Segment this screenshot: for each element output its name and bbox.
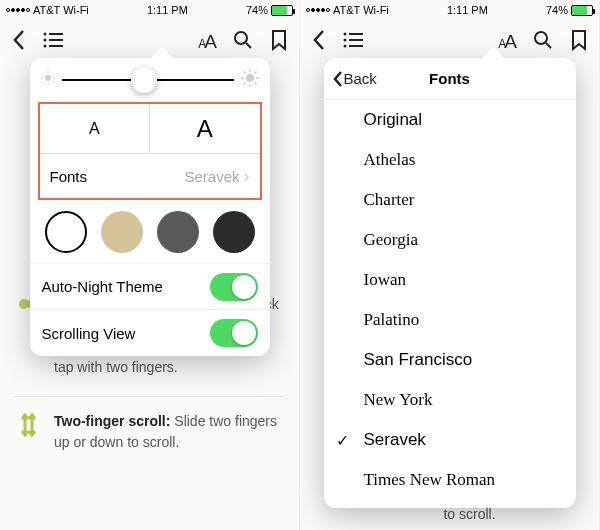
brightness-slider-thumb[interactable] [131,67,157,93]
font-option[interactable]: Iowan [324,260,576,300]
font-option-label: Iowan [364,270,406,290]
font-option[interactable]: Georgia [324,220,576,260]
svg-point-6 [235,32,247,44]
font-option[interactable]: New York [324,380,576,420]
carrier-label: AT&T Wi-Fi [333,4,389,16]
appearance-icon[interactable]: AA [498,31,515,53]
bookmark-icon[interactable] [271,29,287,55]
autonight-toggle[interactable] [210,273,258,301]
carrier-label: AT&T Wi-Fi [33,4,89,16]
phone-right: AT&T Wi-Fi 1:11 PM 74% AA [300,0,600,530]
font-option[interactable]: Athelas [324,140,576,180]
font-option-label: New York [364,390,433,410]
svg-line-18 [51,82,53,84]
svg-line-20 [51,73,53,75]
svg-point-36 [535,32,547,44]
phone-left: AT&T Wi-Fi 1:11 PM 74% AA [0,0,300,530]
theme-white[interactable] [45,211,87,253]
svg-point-12 [45,75,51,81]
svg-line-37 [546,43,551,48]
gesture-scroll-icon [14,411,42,453]
svg-rect-33 [349,39,363,41]
search-icon[interactable] [233,30,253,54]
font-larger-button[interactable]: A [150,104,260,153]
font-option-label: Charter [364,190,415,210]
svg-point-0 [44,33,47,36]
svg-line-29 [254,72,256,74]
toc-icon[interactable] [42,31,64,53]
font-option[interactable]: Times New Roman [324,460,576,500]
battery-icon [271,5,293,16]
bookmark-icon[interactable] [571,29,587,55]
highlight-annotation: A A Fonts Seravek › [38,102,262,200]
scrolling-label: Scrolling View [42,325,136,342]
back-icon[interactable] [12,29,26,55]
svg-line-27 [254,83,256,85]
back-button[interactable]: Back [332,70,377,88]
svg-point-21 [246,74,254,82]
status-bar: AT&T Wi-Fi 1:11 PM 74% [0,0,299,20]
autonight-label: Auto-Night Theme [42,278,163,295]
font-option[interactable]: Palatino [324,300,576,340]
fonts-popover-title: Fonts [429,70,470,87]
battery-pct: 74% [246,4,268,16]
status-bar: AT&T Wi-Fi 1:11 PM 74% [300,0,599,20]
font-option-label: San Francisco [364,350,473,370]
battery-pct: 74% [546,4,568,16]
font-option[interactable]: Original [324,100,576,140]
signal-icon [6,8,30,12]
svg-rect-5 [49,45,63,47]
font-option-label: Athelas [364,150,416,170]
svg-line-7 [246,43,251,48]
font-option-label: Original [364,110,423,130]
theme-color-row [30,200,270,264]
svg-line-17 [43,73,45,75]
scrolling-toggle[interactable] [210,319,258,347]
bg-item2-text: Two-finger scroll: Slide two fingers up … [54,411,285,453]
fonts-row[interactable]: Fonts Seravek › [40,154,260,198]
font-option[interactable]: San Francisco [324,340,576,380]
font-option-label: Times New Roman [364,470,496,490]
brightness-low-icon[interactable] [40,70,56,90]
font-option-label: Seravek [364,430,426,450]
font-option[interactable]: ✓Seravek [324,420,576,460]
toc-icon[interactable] [342,31,364,53]
brightness-high-icon[interactable] [240,68,260,92]
status-time: 1:11 PM [447,4,488,16]
back-icon[interactable] [312,29,326,55]
theme-gray[interactable] [157,211,199,253]
appearance-icon[interactable]: AA [198,31,215,53]
checkmark-icon: ✓ [336,431,349,450]
svg-rect-3 [49,39,63,41]
theme-black[interactable] [213,211,255,253]
theme-sepia[interactable] [101,211,143,253]
font-smaller-button[interactable]: A [40,104,151,153]
svg-line-19 [43,82,45,84]
font-option-label: Palatino [364,310,420,330]
fonts-popover: Back Fonts OriginalAthelasCharterGeorgia… [324,58,576,508]
font-list: OriginalAthelasCharterGeorgiaIowanPalati… [324,100,576,500]
brightness-slider-row [30,58,270,102]
battery-icon [571,5,593,16]
fonts-label: Fonts [50,168,88,185]
autonight-row: Auto-Night Theme [30,264,270,310]
appearance-popover: A A Fonts Seravek › Auto-Night Theme Scr… [30,58,270,356]
svg-line-28 [243,83,245,85]
font-option[interactable]: Charter [324,180,576,220]
svg-point-2 [44,39,47,42]
brightness-slider[interactable] [62,79,234,81]
svg-line-26 [243,72,245,74]
svg-rect-1 [49,33,63,35]
fonts-value: Seravek [184,168,239,185]
status-time: 1:11 PM [147,4,188,16]
scrolling-row: Scrolling View [30,310,270,356]
svg-point-30 [344,33,347,36]
chevron-right-icon: › [244,166,250,187]
fonts-popover-header: Back Fonts [324,58,576,100]
search-icon[interactable] [533,30,553,54]
signal-icon [306,8,330,12]
svg-rect-31 [349,33,363,35]
svg-point-32 [344,39,347,42]
svg-rect-35 [349,45,363,47]
svg-point-4 [44,45,47,48]
